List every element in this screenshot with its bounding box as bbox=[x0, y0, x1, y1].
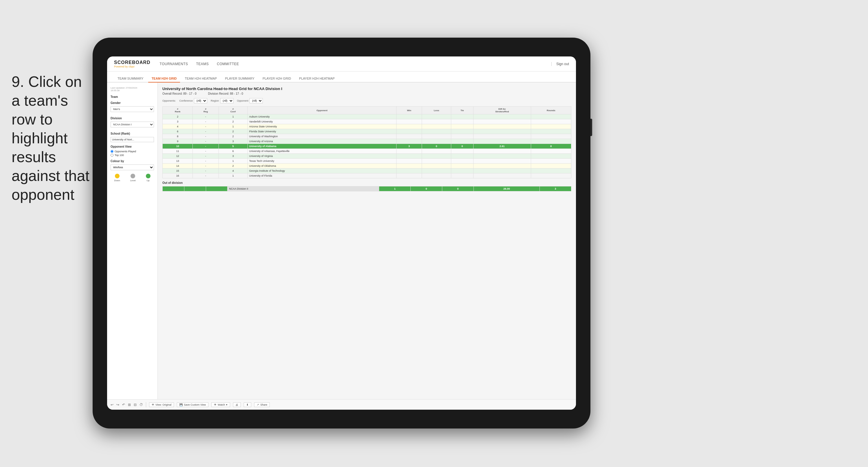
table-row[interactable]: 14-2University of Oklahoma bbox=[163, 164, 571, 169]
table-row[interactable]: 2-1Auburn University bbox=[163, 114, 571, 119]
cell-win bbox=[397, 154, 422, 159]
download-button[interactable]: ⬇ bbox=[244, 403, 251, 407]
table-row[interactable]: 16-1University of Florida bbox=[163, 173, 571, 178]
table-row[interactable]: 13-1Texas Tech University bbox=[163, 159, 571, 164]
watch-chevron: ▾ bbox=[226, 403, 227, 406]
table-header-row: #Rank #Reg #Conf Opponent Win Loss Tie D… bbox=[163, 107, 571, 114]
table-row[interactable]: 10-5University of Alabama3002.618 bbox=[163, 144, 571, 149]
watch-button[interactable]: 👁 Watch ▾ bbox=[211, 403, 230, 407]
table-row[interactable]: 11-6University of Arkansas, Fayetteville bbox=[163, 149, 571, 154]
cell-win bbox=[397, 164, 422, 169]
table-row[interactable]: 12-3University of Virginia bbox=[163, 154, 571, 159]
redo-icon[interactable]: ↪ bbox=[116, 403, 119, 407]
colour-select[interactable]: Win/loss bbox=[111, 165, 154, 170]
cell-win bbox=[397, 119, 422, 124]
colour-label: Colour by bbox=[111, 159, 154, 163]
tab-player-h2h-heatmap[interactable]: PLAYER H2H HEATMAP bbox=[296, 75, 338, 83]
cell-tie bbox=[451, 119, 473, 124]
school-value: University of Nort... bbox=[111, 137, 154, 142]
nav-tournaments[interactable]: TOURNAMENTS bbox=[160, 61, 188, 67]
cell-opponent: University of Alabama bbox=[247, 144, 397, 149]
nav-committee[interactable]: COMMITTEE bbox=[217, 61, 239, 67]
cell-win bbox=[397, 139, 422, 144]
cell-reg: - bbox=[193, 114, 219, 119]
cell-diff bbox=[473, 114, 531, 119]
cell-reg: - bbox=[193, 164, 219, 169]
table-row[interactable]: 8-2University of Washington bbox=[163, 134, 571, 139]
cell-rank: 6 bbox=[163, 129, 193, 134]
nav-bar: SCOREBOARD Powered by clippi TOURNAMENTS… bbox=[107, 56, 576, 71]
cell-rank: 15 bbox=[163, 169, 193, 173]
grid-records: Overall Record: 89 - 17 - 0 Division Rec… bbox=[162, 92, 571, 95]
logo-brand: clippi bbox=[128, 65, 134, 68]
table-row[interactable]: 9-3University of Arizona bbox=[163, 139, 571, 144]
cell-rank: 14 bbox=[163, 164, 193, 169]
cell-diff bbox=[473, 129, 531, 134]
out-of-division-table: NCAA Division II 1 0 0 26.00 3 bbox=[162, 186, 571, 192]
cell-rank: 2 bbox=[163, 114, 193, 119]
undo-icon[interactable]: ↩ bbox=[111, 403, 114, 407]
back-icon[interactable]: ↶ bbox=[122, 403, 125, 407]
gender-select[interactable]: Men's bbox=[111, 106, 154, 112]
col-diff: Diff AvStrokes/Rnd bbox=[473, 107, 531, 114]
clock-icon[interactable]: ⏱ bbox=[140, 403, 143, 407]
cell-opponent: Auburn University bbox=[247, 114, 397, 119]
school-label: School (Rank) bbox=[111, 132, 154, 135]
ood-tie: 0 bbox=[442, 186, 474, 192]
cell-conf: 2 bbox=[219, 134, 247, 139]
cell-tie bbox=[451, 159, 473, 164]
cell-diff bbox=[473, 173, 531, 178]
print-button[interactable]: 🖨 bbox=[233, 403, 241, 407]
instruction-text: 9. Click on a team's row to highlight re… bbox=[11, 72, 93, 204]
cell-rank: 11 bbox=[163, 149, 193, 154]
overall-record: Overall Record: 89 - 17 - 0 bbox=[162, 92, 196, 95]
ood-diff: 26.00 bbox=[473, 186, 539, 192]
cell-opponent: University of Arkansas, Fayetteville bbox=[247, 149, 397, 154]
table-row[interactable]: 6-2Florida State University bbox=[163, 129, 571, 134]
radio-top100[interactable]: Top 100 bbox=[111, 154, 154, 157]
cell-rounds bbox=[531, 164, 571, 169]
table-row[interactable]: 4-1Arizona State University bbox=[163, 124, 571, 129]
tab-player-summary[interactable]: PLAYER SUMMARY bbox=[221, 75, 258, 83]
radio-opponents-played[interactable]: Opponents Played bbox=[111, 150, 154, 153]
conference-filter: Conference (All) bbox=[180, 98, 208, 104]
division-select[interactable]: NCAA Division I bbox=[111, 122, 154, 127]
out-of-division-row[interactable]: NCAA Division II 1 0 0 26.00 3 bbox=[163, 186, 571, 192]
cell-conf: 5 bbox=[219, 144, 247, 149]
tab-player-h2h-grid[interactable]: PLAYER H2H GRID bbox=[259, 75, 294, 83]
cell-diff bbox=[473, 159, 531, 164]
cell-reg: - bbox=[193, 119, 219, 124]
opponent-select[interactable]: (All) bbox=[249, 98, 263, 104]
cell-opponent: Texas Tech University bbox=[247, 159, 397, 164]
table-row[interactable]: 15-4Georgia Institute of Technology bbox=[163, 169, 571, 173]
share-button[interactable]: ↗ Share bbox=[254, 403, 270, 407]
cell-rounds bbox=[531, 129, 571, 134]
cell-rank: 9 bbox=[163, 139, 193, 144]
tab-team-h2h-grid[interactable]: TEAM H2H GRID bbox=[148, 75, 180, 83]
sign-out-button[interactable]: Sign out bbox=[551, 62, 569, 66]
cell-opponent: Georgia Institute of Technology bbox=[247, 169, 397, 173]
copy-icon[interactable]: ⊞ bbox=[128, 403, 131, 407]
tab-team-h2h-heatmap[interactable]: TEAM H2H HEATMAP bbox=[181, 75, 220, 83]
conference-select[interactable]: (All) bbox=[194, 98, 207, 104]
view-original-button[interactable]: 👁 View: Original bbox=[149, 403, 174, 407]
nav-teams[interactable]: TEAMS bbox=[196, 61, 209, 67]
cell-rank: 16 bbox=[163, 173, 193, 178]
cell-tie bbox=[451, 129, 473, 134]
cell-opponent: University of Florida bbox=[247, 173, 397, 178]
opponent-view-group: Opponents Played Top 100 bbox=[111, 150, 154, 157]
tab-team-summary[interactable]: TEAM SUMMARY bbox=[114, 75, 147, 83]
table-row[interactable]: 3-2Vanderbilt University bbox=[163, 119, 571, 124]
opponent-label: Opponent bbox=[237, 99, 249, 102]
separator-1 bbox=[146, 402, 146, 407]
region-select[interactable]: (All) bbox=[220, 98, 234, 104]
cell-rounds bbox=[531, 159, 571, 164]
save-custom-view-button[interactable]: 💾 Save Custom View bbox=[177, 403, 208, 407]
cell-tie bbox=[451, 114, 473, 119]
paste-icon[interactable]: ⊟ bbox=[134, 403, 136, 407]
opponent-view-label: Opponent View bbox=[111, 145, 154, 148]
cell-rounds bbox=[531, 154, 571, 159]
cell-win bbox=[397, 134, 422, 139]
cell-rounds bbox=[531, 139, 571, 144]
view-icon: 👁 bbox=[152, 403, 154, 406]
